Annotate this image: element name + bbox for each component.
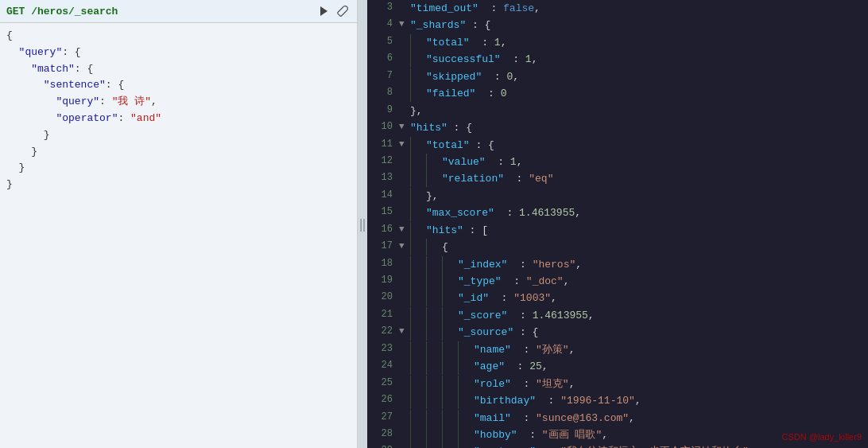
code-line: "match": { bbox=[6, 61, 351, 78]
line-content: "age" : 25, bbox=[474, 358, 868, 375]
indent-bar bbox=[442, 392, 443, 409]
indent-bar bbox=[442, 290, 443, 306]
indent-bar bbox=[442, 307, 443, 324]
line-content: { bbox=[442, 239, 868, 255]
indent-bars bbox=[410, 205, 426, 221]
right-line: 8 "failed" : 0 bbox=[367, 85, 868, 102]
wrench-button[interactable] bbox=[335, 3, 351, 19]
line-number: 11 bbox=[369, 137, 399, 153]
indent-bar bbox=[410, 410, 411, 427]
request-body: { "query": { "match": { "sentence": { "q… bbox=[0, 23, 357, 448]
indent-bar bbox=[410, 307, 411, 324]
line-number: 9 bbox=[369, 103, 399, 119]
line-number: 6 bbox=[369, 51, 399, 67]
line-number: 3 bbox=[369, 0, 399, 16]
indent-bar bbox=[410, 137, 411, 154]
panel-divider[interactable]: ‖ bbox=[358, 0, 367, 448]
indent-bars bbox=[410, 324, 458, 341]
indent-bar bbox=[410, 51, 411, 68]
indent-bar bbox=[410, 341, 411, 358]
line-number: 18 bbox=[369, 256, 399, 272]
run-button[interactable] bbox=[316, 3, 331, 19]
fold-arrow[interactable]: ▼ bbox=[399, 222, 410, 236]
indent-bar bbox=[426, 341, 427, 358]
indent-bars bbox=[410, 443, 474, 448]
right-line: 17▼{ bbox=[367, 239, 868, 255]
line-content: "skipped" : 0, bbox=[426, 68, 868, 85]
line-number: 16 bbox=[369, 222, 399, 238]
line-content: }, bbox=[426, 188, 868, 205]
code-line: "sentence": { bbox=[6, 77, 351, 94]
indent-bar bbox=[410, 188, 411, 205]
indent-bars bbox=[410, 170, 442, 187]
indent-bars bbox=[410, 392, 474, 409]
indent-bar bbox=[442, 358, 443, 375]
indent-bar bbox=[426, 427, 427, 443]
indent-bar bbox=[442, 427, 443, 443]
fold-arrow[interactable]: ▼ bbox=[399, 119, 410, 134]
line-content: "_index" : "heros", bbox=[458, 256, 868, 273]
line-number: 10 bbox=[369, 119, 399, 135]
line-content: "hits" : { bbox=[410, 119, 868, 136]
line-content: "name" : "孙策", bbox=[474, 341, 868, 358]
indent-bar bbox=[426, 154, 427, 170]
right-line: 10▼"hits" : { bbox=[367, 119, 868, 136]
right-line: 18 "_index" : "heros", bbox=[367, 256, 868, 273]
line-content: "max_score" : 1.4613955, bbox=[426, 205, 868, 221]
line-number: 7 bbox=[369, 68, 399, 84]
indent-bar bbox=[410, 290, 411, 306]
fold-arrow[interactable]: ▼ bbox=[399, 324, 410, 338]
indent-bars bbox=[410, 188, 426, 205]
indent-bar bbox=[410, 222, 411, 239]
indent-bar bbox=[410, 376, 411, 392]
line-number: 15 bbox=[369, 205, 399, 220]
indent-bar bbox=[442, 376, 443, 392]
line-number: 20 bbox=[369, 290, 399, 306]
line-content: "_shards" : { bbox=[410, 17, 868, 33]
line-number: 12 bbox=[369, 154, 399, 169]
line-number: 17 bbox=[369, 239, 399, 255]
line-number: 24 bbox=[369, 358, 399, 374]
indent-bar bbox=[458, 392, 459, 409]
indent-bar bbox=[426, 239, 427, 255]
right-panel: 3 "timed_out" : false,4▼"_shards" : {5 "… bbox=[367, 0, 868, 448]
fold-arrow[interactable]: ▼ bbox=[399, 17, 410, 31]
code-line: } bbox=[6, 177, 351, 193]
indent-bar bbox=[458, 427, 459, 443]
indent-bar bbox=[410, 34, 411, 51]
right-line: 6 "successful" : 1, bbox=[367, 51, 868, 68]
indent-bar bbox=[442, 341, 443, 358]
indent-bars bbox=[410, 307, 458, 324]
indent-bar bbox=[410, 239, 411, 255]
right-line: 3 "timed_out" : false, bbox=[367, 0, 868, 17]
fold-arrow[interactable]: ▼ bbox=[399, 137, 410, 151]
line-number: 13 bbox=[369, 170, 399, 186]
right-line: 12 "value" : 1, bbox=[367, 154, 868, 170]
indent-bar bbox=[410, 273, 411, 290]
indent-bar bbox=[410, 256, 411, 273]
indent-bar bbox=[442, 410, 443, 427]
indent-bar bbox=[426, 290, 427, 306]
right-line: 11▼"total" : { bbox=[367, 137, 868, 154]
line-number: 5 bbox=[369, 34, 399, 50]
right-line: 9 }, bbox=[367, 103, 868, 119]
line-number: 25 bbox=[369, 376, 399, 392]
right-line: 13 "relation" : "eq" bbox=[367, 170, 868, 187]
indent-bar bbox=[426, 443, 427, 448]
indent-bars bbox=[410, 154, 442, 170]
indent-bar bbox=[410, 427, 411, 443]
indent-bar bbox=[426, 410, 427, 427]
indent-bar bbox=[410, 205, 411, 221]
line-number: 27 bbox=[369, 410, 399, 426]
fold-arrow[interactable]: ▼ bbox=[399, 239, 410, 253]
request-header: GET /heros/_search bbox=[0, 0, 357, 23]
indent-bar bbox=[410, 154, 411, 170]
line-number: 23 bbox=[369, 341, 399, 357]
right-line: 19 "_type" : "_doc", bbox=[367, 273, 868, 290]
line-number: 28 bbox=[369, 427, 399, 442]
indent-bar bbox=[426, 170, 427, 187]
indent-bar bbox=[410, 358, 411, 375]
line-number: 21 bbox=[369, 307, 399, 323]
header-actions bbox=[316, 3, 351, 19]
right-line: 5 "total" : 1, bbox=[367, 34, 868, 51]
